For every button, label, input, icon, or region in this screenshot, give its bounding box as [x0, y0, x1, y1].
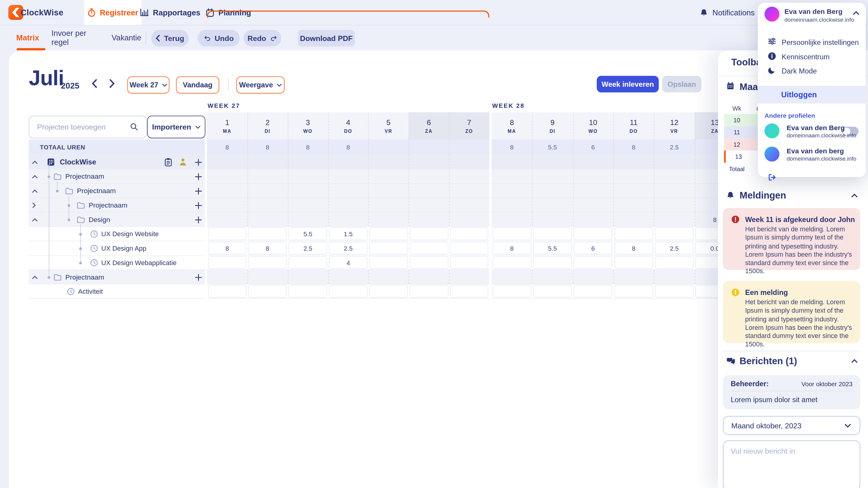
expand-collapse-toggle[interactable] — [32, 202, 36, 208]
hour-cell[interactable] — [574, 285, 613, 298]
day-header[interactable]: 7ZO — [449, 112, 490, 139]
day-header[interactable]: 8MA — [492, 112, 532, 139]
day-header[interactable]: 11DO — [613, 112, 654, 139]
hour-cell[interactable] — [208, 227, 247, 240]
hour-cell[interactable]: 1.5 — [329, 227, 367, 240]
subnav-tab-matrix[interactable]: Matrix — [18, 25, 38, 50]
new-message-input[interactable] — [723, 441, 861, 488]
hour-cell[interactable]: 5.5 — [533, 242, 572, 255]
hour-cell[interactable]: 8 — [208, 242, 247, 255]
hour-cell[interactable] — [450, 256, 489, 269]
day-header[interactable]: 5VR — [368, 112, 409, 139]
profile-avatar[interactable] — [765, 147, 780, 162]
hour-cell[interactable]: 4 — [329, 256, 367, 269]
chevron-up-icon[interactable] — [853, 11, 859, 15]
hour-cell[interactable] — [288, 256, 327, 269]
hour-cell[interactable] — [208, 285, 247, 298]
day-header[interactable]: 6ZA — [409, 112, 449, 139]
prev-week-button[interactable] — [89, 78, 100, 89]
meldingen-collapse-button[interactable] — [851, 194, 858, 198]
hour-cell[interactable] — [493, 285, 531, 298]
notifications-button[interactable]: Notifications — [700, 0, 755, 25]
expand-collapse-toggle[interactable] — [32, 175, 38, 178]
menu-item-dark-mode[interactable]: Dark Mode — [758, 64, 866, 78]
hour-cell[interactable] — [450, 285, 489, 298]
add-button[interactable] — [195, 173, 202, 180]
hour-cell[interactable] — [248, 285, 287, 298]
hour-cell[interactable]: 8 — [493, 242, 531, 255]
assignee-icon[interactable] — [179, 158, 187, 166]
berichten-collapse-button[interactable] — [851, 359, 858, 363]
day-header[interactable]: 4DO — [328, 112, 368, 139]
save-button[interactable]: Opslaan — [662, 76, 701, 93]
search-icon[interactable] — [130, 122, 138, 131]
hour-cell[interactable] — [369, 242, 408, 255]
submit-week-button[interactable]: Week inleveren — [597, 76, 659, 93]
menu-item-kenniscentrum[interactable]: Kenniscentrum — [758, 49, 866, 64]
hour-cell[interactable] — [288, 285, 327, 298]
hour-cell[interactable] — [533, 285, 572, 298]
day-header[interactable]: 3WO — [288, 112, 328, 139]
clipboard-icon[interactable] — [164, 158, 173, 166]
import-button[interactable]: Importeren — [147, 116, 206, 138]
day-header[interactable]: 10WO — [572, 112, 613, 139]
hour-cell[interactable] — [248, 227, 287, 240]
hour-cell[interactable]: 6 — [574, 242, 613, 255]
day-header[interactable]: 12VR — [654, 112, 695, 139]
add-button[interactable] — [195, 187, 202, 195]
today-button[interactable]: Vandaag — [176, 76, 219, 93]
hour-cell[interactable] — [614, 256, 653, 269]
hour-cell[interactable] — [450, 242, 489, 255]
hour-cell[interactable] — [574, 256, 613, 269]
project-search-input[interactable] — [36, 117, 129, 137]
hour-cell[interactable]: 2.5 — [329, 242, 367, 255]
nav-tab-registreer[interactable]: Registreer — [84, 0, 142, 25]
day-header[interactable]: 9DI — [532, 112, 573, 139]
month-select[interactable]: Maand oktober, 2023 — [723, 416, 861, 435]
hour-cell[interactable] — [655, 227, 694, 240]
hour-cell[interactable] — [410, 256, 448, 269]
back-button[interactable]: Terug — [151, 30, 189, 46]
add-button[interactable] — [195, 273, 202, 281]
menu-item-persoonlijke-instellingen[interactable]: Persoonlijke instellingen — [758, 35, 866, 50]
hour-cell[interactable] — [410, 285, 448, 298]
hour-cell[interactable] — [533, 227, 572, 240]
hour-cell[interactable]: 8 — [248, 242, 287, 255]
hour-cell[interactable] — [655, 256, 694, 269]
hour-cell[interactable] — [450, 227, 489, 240]
hour-cell[interactable] — [369, 227, 408, 240]
hour-cell[interactable] — [493, 256, 531, 269]
hour-cell[interactable]: 5.5 — [288, 227, 327, 240]
week-selector[interactable]: Week 27 — [127, 76, 169, 93]
logout-button[interactable]: Uitloggen — [758, 86, 866, 104]
hour-cell[interactable] — [208, 256, 247, 269]
expand-collapse-toggle[interactable] — [32, 218, 38, 222]
expand-collapse-toggle[interactable] — [32, 275, 38, 280]
undo-button[interactable]: Undo — [198, 30, 240, 46]
hour-cell[interactable] — [369, 285, 408, 298]
hour-cell[interactable] — [329, 285, 367, 298]
profile-avatar[interactable] — [765, 124, 780, 138]
hour-cell[interactable] — [410, 242, 448, 255]
hour-cell[interactable] — [655, 285, 694, 298]
user-avatar[interactable] — [765, 7, 780, 22]
hour-cell[interactable] — [574, 227, 613, 240]
hour-cell[interactable] — [614, 227, 653, 240]
day-header[interactable]: 1MA — [207, 112, 247, 139]
day-header[interactable]: 2DI — [247, 112, 288, 139]
hour-cell[interactable] — [248, 256, 287, 269]
hour-cell[interactable]: 2.5 — [288, 242, 327, 255]
hour-cell[interactable] — [614, 285, 653, 298]
subnav-tab-invoer-per-regel[interactable]: Invoer per regel — [52, 25, 100, 50]
expand-collapse-toggle[interactable] — [32, 189, 38, 193]
expand-collapse-toggle[interactable] — [32, 161, 38, 164]
subnav-tab-vakantie[interactable]: Vakantie — [114, 25, 139, 50]
hour-cell[interactable]: 2.5 — [655, 242, 694, 255]
hour-cell[interactable]: 8 — [614, 242, 653, 255]
hour-cell[interactable] — [369, 256, 408, 269]
view-selector[interactable]: Weergave — [236, 76, 284, 93]
redo-button[interactable]: Redo — [244, 30, 281, 46]
add-button[interactable] — [195, 216, 202, 223]
add-button[interactable] — [195, 158, 202, 166]
hour-cell[interactable] — [410, 227, 448, 240]
